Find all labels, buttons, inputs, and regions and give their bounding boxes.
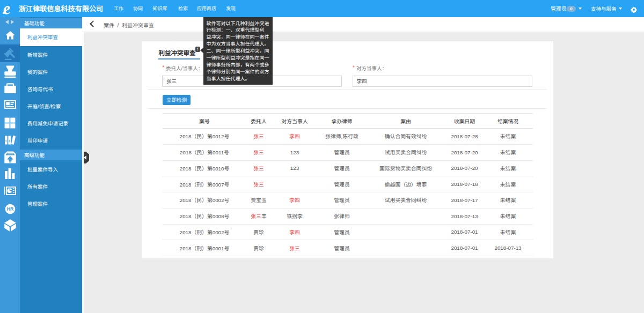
svg-text:HR: HR xyxy=(6,206,13,212)
